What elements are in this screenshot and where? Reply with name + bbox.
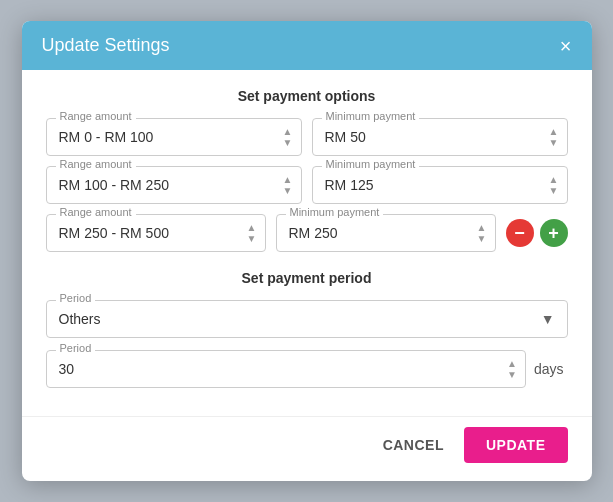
modal-footer: CANCEL UPDATE — [22, 416, 592, 481]
range-input-wrap-3: ▲▼ — [46, 214, 266, 252]
range-field-1: Range amount ▲▼ — [46, 118, 302, 156]
range-field-2: Range amount ▲▼ — [46, 166, 302, 204]
min-input-3[interactable] — [289, 225, 465, 241]
min-label-1: Minimum payment — [322, 110, 420, 122]
range-input-1[interactable] — [59, 129, 271, 145]
min-payment-field-3: Minimum payment ▲▼ — [276, 214, 496, 252]
range-input-wrap-2: ▲▼ — [46, 166, 302, 204]
update-settings-modal: Update Settings × Set payment options Ra… — [22, 21, 592, 481]
days-suffix: days — [534, 361, 568, 377]
payment-options-title: Set payment options — [46, 88, 568, 104]
payment-row-2: Range amount ▲▼ Minimum payment ▲▼ — [46, 166, 568, 204]
min-label-3: Minimum payment — [286, 206, 384, 218]
min-payment-field-2: Minimum payment ▲▼ — [312, 166, 568, 204]
range-input-wrap-1: ▲▼ — [46, 118, 302, 156]
days-spinner[interactable]: ▲▼ — [507, 358, 517, 380]
days-input[interactable] — [59, 361, 495, 377]
row-actions-3: − + — [506, 219, 568, 247]
close-button[interactable]: × — [560, 36, 572, 56]
range-input-2[interactable] — [59, 177, 271, 193]
days-wrap: ▲▼ days — [46, 350, 568, 388]
min-input-2[interactable] — [325, 177, 537, 193]
range-field-3: Range amount ▲▼ — [46, 214, 266, 252]
payment-row-3: Range amount ▲▼ Minimum payment ▲▼ — [46, 214, 568, 252]
range-spinner-3[interactable]: ▲▼ — [247, 222, 257, 244]
payment-row-1: Range amount ▲▼ Minimum payment ▲▼ — [46, 118, 568, 156]
period-label: Period — [56, 292, 96, 304]
min-label-2: Minimum payment — [322, 158, 420, 170]
update-button[interactable]: UPDATE — [464, 427, 568, 463]
add-row-button[interactable]: + — [540, 219, 568, 247]
range-label-2: Range amount — [56, 158, 136, 170]
period-select-field: Period Others Weekly Monthly Yearly ▼ — [46, 300, 568, 338]
min-spinner-3[interactable]: ▲▼ — [477, 222, 487, 244]
min-input-1[interactable] — [325, 129, 537, 145]
payment-period-title: Set payment period — [46, 270, 568, 286]
period-select-wrap: Others Weekly Monthly Yearly ▼ — [46, 300, 568, 338]
min-input-wrap-2: ▲▼ — [312, 166, 568, 204]
range-spinner-2[interactable]: ▲▼ — [283, 174, 293, 196]
range-label-1: Range amount — [56, 110, 136, 122]
range-spinner-1[interactable]: ▲▼ — [283, 126, 293, 148]
period-select[interactable]: Others Weekly Monthly Yearly — [59, 311, 531, 327]
days-label: Period — [56, 342, 96, 354]
days-field: Period ▲▼ days — [46, 350, 568, 388]
min-input-wrap-1: ▲▼ — [312, 118, 568, 156]
min-spinner-2[interactable]: ▲▼ — [549, 174, 559, 196]
modal-title: Update Settings — [42, 35, 170, 56]
remove-row-button[interactable]: − — [506, 219, 534, 247]
min-input-wrap-3: ▲▼ — [276, 214, 496, 252]
cancel-button[interactable]: CANCEL — [375, 427, 452, 463]
days-input-wrap: ▲▼ — [46, 350, 526, 388]
payment-options-rows: Range amount ▲▼ Minimum payment ▲▼ — [46, 118, 568, 252]
range-label-3: Range amount — [56, 206, 136, 218]
chevron-down-icon: ▼ — [541, 311, 555, 327]
range-input-3[interactable] — [59, 225, 235, 241]
payment-period-section: Period Others Weekly Monthly Yearly ▼ Pe… — [46, 300, 568, 388]
modal-body: Set payment options Range amount ▲▼ Mini… — [22, 70, 592, 410]
min-spinner-1[interactable]: ▲▼ — [549, 126, 559, 148]
modal-header: Update Settings × — [22, 21, 592, 70]
min-payment-field-1: Minimum payment ▲▼ — [312, 118, 568, 156]
